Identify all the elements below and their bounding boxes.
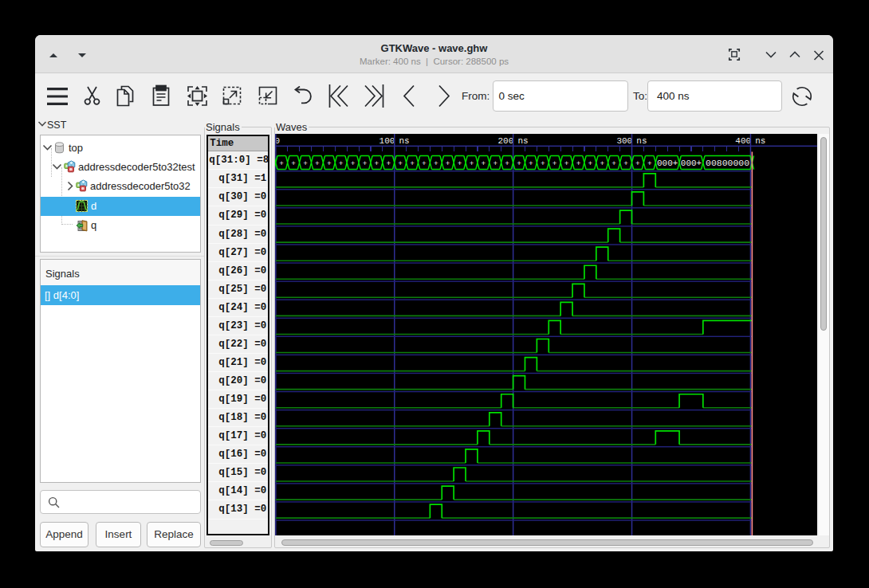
svg-text:+: +: [350, 159, 355, 168]
svg-text:+: +: [315, 159, 320, 168]
svg-text:+: +: [445, 159, 450, 168]
svg-text:+: +: [410, 159, 415, 168]
svg-text:+: +: [588, 159, 592, 168]
svg-text:+: +: [291, 159, 296, 168]
svg-text:+: +: [635, 159, 640, 168]
svg-text:+: +: [433, 159, 438, 168]
svg-text:+: +: [303, 159, 308, 168]
svg-text:+: +: [469, 159, 474, 168]
svg-text:+: +: [362, 159, 367, 168]
svg-text:ns: ns: [636, 135, 647, 145]
svg-text:+: +: [374, 159, 379, 168]
svg-text:ns: ns: [755, 135, 765, 145]
svg-text:+: +: [457, 159, 462, 168]
svg-text:+: +: [505, 159, 509, 168]
svg-text:+: +: [326, 159, 331, 168]
svg-text:+: +: [279, 159, 284, 168]
svg-text:400: 400: [735, 135, 751, 145]
svg-text:+: +: [493, 159, 497, 168]
svg-text:+: +: [386, 159, 391, 168]
svg-text:00800000: 00800000: [706, 158, 749, 168]
svg-text:100: 100: [379, 135, 395, 145]
svg-text:300: 300: [616, 135, 632, 145]
svg-text:+: +: [529, 159, 533, 168]
svg-text:+: +: [611, 159, 616, 168]
svg-text:+: +: [338, 159, 343, 168]
svg-text:+: +: [647, 159, 651, 168]
svg-text:ns: ns: [517, 135, 528, 145]
svg-text:ns: ns: [399, 135, 409, 145]
svg-text:+: +: [564, 159, 568, 168]
svg-text:000+: 000+: [657, 159, 678, 168]
svg-text:+: +: [481, 159, 486, 168]
svg-text:+: +: [623, 159, 628, 168]
svg-text:000+: 000+: [680, 159, 701, 168]
svg-text:+: +: [517, 159, 521, 168]
svg-text:+: +: [552, 159, 556, 168]
svg-text:+: +: [398, 159, 403, 168]
svg-text:+: +: [576, 159, 580, 168]
svg-text:+: +: [422, 159, 427, 168]
svg-text:+: +: [540, 159, 545, 168]
svg-text:200: 200: [497, 135, 513, 145]
svg-text:+: +: [600, 159, 604, 168]
